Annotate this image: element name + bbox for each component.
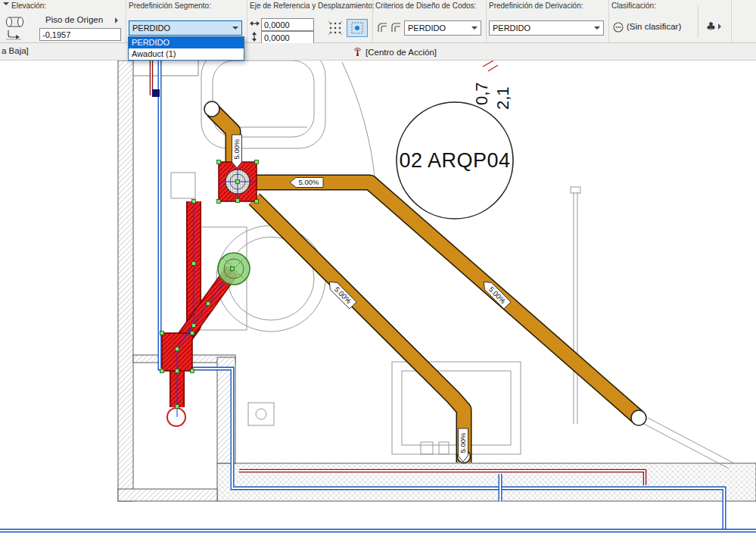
riser-symbol bbox=[152, 89, 160, 97]
action-center-tab[interactable]: [Centro de Acción] bbox=[353, 45, 437, 58]
axis-target-button[interactable] bbox=[347, 19, 368, 37]
segment-preset-label: Predefinición Segmento: bbox=[129, 2, 211, 10]
collapse-chevron-icon[interactable] bbox=[3, 2, 9, 8]
segment-preset-dropdown: PERDIDO Awaduct (1) bbox=[128, 36, 244, 61]
room-tag[interactable]: 02 ARQP04 bbox=[397, 102, 513, 219]
combo-arrow-icon[interactable] bbox=[590, 21, 603, 35]
separator bbox=[698, 6, 698, 38]
dimension-text: 0,7 bbox=[472, 82, 491, 105]
dimension-texts: 0,7 2,1 bbox=[472, 61, 512, 110]
slope-label: 5.00% bbox=[290, 178, 323, 188]
slope-label: 5.00% bbox=[232, 135, 242, 168]
classification-manager-button[interactable]: ♣ bbox=[702, 17, 728, 36]
action-center-icon bbox=[353, 45, 362, 58]
classification-value[interactable]: (Sin clasificar) bbox=[627, 22, 681, 31]
fixture-small-box bbox=[171, 173, 195, 198]
dropdown-item-perdido[interactable]: PERDIDO bbox=[129, 37, 244, 48]
elevation-section-label: Elevación: bbox=[11, 2, 46, 10]
clover-icon: ♣ bbox=[706, 20, 716, 33]
offset-y-input[interactable] bbox=[261, 31, 314, 44]
curved-wall-edge bbox=[342, 62, 375, 185]
svg-text:5.00%: 5.00% bbox=[459, 432, 467, 453]
elbow-sharp-icon[interactable] bbox=[375, 20, 388, 33]
branch-preset-combo[interactable]: PERDIDO bbox=[489, 20, 604, 36]
action-center-label: [Centro de Acción] bbox=[366, 48, 437, 57]
toolbar-section-elevation: Elevación: Piso de Origen bbox=[0, 0, 126, 42]
tab-bar: a Baja] [Centro de Acción] bbox=[0, 43, 756, 61]
toolbar-section-classification: Clasificación: (Sin clasificar) ♣ bbox=[608, 0, 732, 42]
corner-diagonal bbox=[648, 418, 734, 463]
svg-text:5.00%: 5.00% bbox=[232, 139, 241, 159]
classification-label: Clasificación: bbox=[611, 2, 656, 10]
flyout-icon bbox=[718, 23, 724, 30]
project-to-story-icon[interactable] bbox=[5, 29, 23, 41]
duct-vertical-top bbox=[213, 111, 233, 163]
floor-box bbox=[248, 403, 274, 425]
vertical-offset-icon bbox=[249, 31, 260, 42]
duct-open-end bbox=[631, 410, 646, 425]
room-label: 02 ARQP04 bbox=[399, 149, 510, 172]
elbow-design-value: PERDIDO bbox=[405, 23, 468, 33]
combo-arrow-icon[interactable] bbox=[229, 21, 241, 35]
classification-icon bbox=[611, 20, 624, 33]
duct-open-end bbox=[204, 101, 219, 117]
origin-story-label[interactable]: Piso de Origen bbox=[45, 15, 103, 24]
reference-axis-label: Eje de Referencia y Desplazamiento: bbox=[250, 2, 375, 10]
toolbar-section-reference-axis: Eje de Referencia y Desplazamiento: bbox=[247, 0, 373, 42]
svg-text:5.00%: 5.00% bbox=[299, 178, 319, 186]
selected-drain-assembly[interactable] bbox=[162, 162, 257, 426]
pipe-open-end[interactable] bbox=[167, 408, 185, 426]
origin-flyout-icon[interactable] bbox=[115, 17, 121, 23]
floor-plan-canvas[interactable]: 02 ARQP04 bbox=[0, 61, 756, 545]
tab-floor-plan[interactable]: a Baja] bbox=[2, 46, 29, 55]
branch-preset-label: Predefinición de Derivación: bbox=[489, 2, 583, 10]
segment-preset-combo[interactable]: PERDIDO bbox=[129, 20, 242, 36]
dimension-text: 2,1 bbox=[493, 86, 512, 110]
pipe-icon[interactable] bbox=[5, 15, 26, 29]
offset-x-input[interactable] bbox=[261, 18, 314, 31]
segment-preset-value: PERDIDO bbox=[129, 23, 229, 33]
slope-label: 5.00% bbox=[459, 428, 468, 462]
toolbar: Elevación: Piso de Origen Predefinición … bbox=[0, 0, 756, 43]
dimension-ticks bbox=[483, 61, 498, 71]
pipes[interactable] bbox=[0, 61, 756, 531]
elevation-input[interactable] bbox=[39, 28, 121, 41]
reference-point-grid-icon[interactable] bbox=[327, 20, 344, 36]
combo-arrow-icon[interactable] bbox=[468, 21, 481, 35]
elbow-curved-icon[interactable] bbox=[389, 20, 402, 33]
horizontal-offset-icon bbox=[249, 18, 260, 29]
elbow-design-combo[interactable]: PERDIDO bbox=[404, 20, 481, 36]
elbow-design-label: Criterios de Diseño de Codos: bbox=[375, 2, 476, 10]
toolbar-section-branch-preset: Predefinición de Derivación: PERDIDO bbox=[486, 0, 609, 42]
branch-preset-value: PERDIDO bbox=[490, 23, 590, 33]
dropdown-item-awaduct[interactable]: Awaduct (1) bbox=[129, 48, 244, 60]
toolbar-section-elbow-design: Criterios de Diseño de Codos: PERDIDO bbox=[372, 0, 487, 42]
fixture-top bbox=[201, 61, 325, 148]
